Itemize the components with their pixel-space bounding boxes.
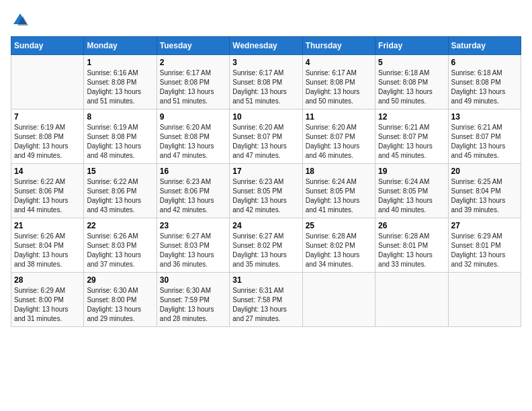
- header-row: SundayMondayTuesdayWednesdayThursdayFrid…: [11, 37, 521, 55]
- header-cell-saturday: Saturday: [448, 37, 521, 55]
- day-number: 15: [87, 167, 153, 176]
- day-info: Sunrise: 6:25 AMSunset: 8:04 PMDaylight:…: [451, 177, 518, 215]
- day-info: Sunrise: 6:28 AMSunset: 8:02 PMDaylight:…: [306, 232, 372, 269]
- calendar-cell: 22Sunrise: 6:26 AMSunset: 8:03 PMDayligh…: [84, 218, 157, 273]
- calendar-cell: 16Sunrise: 6:23 AMSunset: 8:06 PMDayligh…: [157, 164, 229, 218]
- day-info: Sunrise: 6:30 AMSunset: 7:59 PMDaylight:…: [160, 286, 226, 324]
- day-info: Sunrise: 6:21 AMSunset: 8:07 PMDaylight:…: [451, 123, 518, 161]
- day-number: 31: [232, 275, 299, 285]
- day-number: 19: [378, 167, 445, 176]
- day-info: Sunrise: 6:17 AMSunset: 8:08 PMDaylight:…: [306, 68, 372, 106]
- day-number: 6: [451, 58, 518, 67]
- calendar-cell: 19Sunrise: 6:24 AMSunset: 8:05 PMDayligh…: [375, 164, 448, 218]
- day-number: 20: [451, 167, 518, 176]
- day-info: Sunrise: 6:26 AMSunset: 8:04 PMDaylight:…: [14, 232, 81, 269]
- day-info: Sunrise: 6:23 AMSunset: 8:05 PMDaylight:…: [232, 177, 299, 215]
- day-number: 21: [14, 221, 81, 230]
- header-cell-wednesday: Wednesday: [230, 37, 302, 55]
- header-cell-sunday: Sunday: [11, 37, 84, 55]
- day-info: Sunrise: 6:16 AMSunset: 8:08 PMDaylight:…: [87, 68, 153, 106]
- calendar-cell: 9Sunrise: 6:20 AMSunset: 8:08 PMDaylight…: [157, 109, 229, 164]
- header: [11, 11, 521, 30]
- calendar-cell: 20Sunrise: 6:25 AMSunset: 8:04 PMDayligh…: [448, 164, 521, 218]
- day-number: 24: [232, 221, 299, 230]
- header-cell-friday: Friday: [375, 37, 448, 55]
- header-cell-thursday: Thursday: [302, 37, 375, 55]
- day-info: Sunrise: 6:17 AMSunset: 8:08 PMDaylight:…: [160, 68, 226, 106]
- calendar-cell: 26Sunrise: 6:28 AMSunset: 8:01 PMDayligh…: [375, 218, 448, 273]
- day-number: 1: [87, 58, 153, 67]
- calendar-cell: 21Sunrise: 6:26 AMSunset: 8:04 PMDayligh…: [11, 218, 84, 273]
- calendar-cell: 18Sunrise: 6:24 AMSunset: 8:05 PMDayligh…: [302, 164, 375, 218]
- calendar-cell: 27Sunrise: 6:29 AMSunset: 8:01 PMDayligh…: [448, 218, 521, 273]
- calendar-cell: [448, 273, 521, 327]
- day-number: 27: [451, 221, 518, 230]
- day-info: Sunrise: 6:22 AMSunset: 8:06 PMDaylight:…: [14, 177, 81, 215]
- calendar-week-4: 21Sunrise: 6:26 AMSunset: 8:04 PMDayligh…: [11, 218, 521, 273]
- day-info: Sunrise: 6:28 AMSunset: 8:01 PMDaylight:…: [378, 232, 445, 269]
- day-info: Sunrise: 6:21 AMSunset: 8:07 PMDaylight:…: [378, 123, 445, 161]
- day-number: 16: [160, 167, 226, 176]
- day-number: 30: [160, 275, 226, 285]
- calendar-cell: 5Sunrise: 6:18 AMSunset: 8:08 PMDaylight…: [375, 55, 448, 109]
- calendar-cell: 8Sunrise: 6:19 AMSunset: 8:08 PMDaylight…: [84, 109, 157, 164]
- day-info: Sunrise: 6:19 AMSunset: 8:08 PMDaylight:…: [14, 123, 81, 161]
- day-number: 8: [87, 112, 153, 122]
- header-cell-monday: Monday: [84, 37, 157, 55]
- header-cell-tuesday: Tuesday: [157, 37, 229, 55]
- logo-icon: [11, 11, 30, 30]
- day-number: 2: [160, 58, 226, 67]
- calendar-cell: 1Sunrise: 6:16 AMSunset: 8:08 PMDaylight…: [84, 55, 157, 109]
- day-info: Sunrise: 6:20 AMSunset: 8:07 PMDaylight:…: [232, 123, 299, 161]
- day-info: Sunrise: 6:29 AMSunset: 8:00 PMDaylight:…: [14, 286, 81, 324]
- calendar-week-3: 14Sunrise: 6:22 AMSunset: 8:06 PMDayligh…: [11, 164, 521, 218]
- day-info: Sunrise: 6:26 AMSunset: 8:03 PMDaylight:…: [87, 232, 153, 269]
- day-info: Sunrise: 6:27 AMSunset: 8:02 PMDaylight:…: [232, 232, 299, 269]
- day-info: Sunrise: 6:24 AMSunset: 8:05 PMDaylight:…: [378, 177, 445, 215]
- calendar-cell: 25Sunrise: 6:28 AMSunset: 8:02 PMDayligh…: [302, 218, 375, 273]
- calendar-table: SundayMondayTuesdayWednesdayThursdayFrid…: [11, 36, 521, 327]
- calendar-cell: 30Sunrise: 6:30 AMSunset: 7:59 PMDayligh…: [157, 273, 229, 327]
- calendar-cell: [302, 273, 375, 327]
- calendar-cell: 2Sunrise: 6:17 AMSunset: 8:08 PMDaylight…: [157, 55, 229, 109]
- calendar-cell: 7Sunrise: 6:19 AMSunset: 8:08 PMDaylight…: [11, 109, 84, 164]
- day-info: Sunrise: 6:19 AMSunset: 8:08 PMDaylight:…: [87, 123, 153, 161]
- calendar-cell: 3Sunrise: 6:17 AMSunset: 8:08 PMDaylight…: [230, 55, 302, 109]
- calendar-cell: 11Sunrise: 6:20 AMSunset: 8:07 PMDayligh…: [302, 109, 375, 164]
- day-number: 4: [306, 58, 372, 67]
- calendar-cell: 23Sunrise: 6:27 AMSunset: 8:03 PMDayligh…: [157, 218, 229, 273]
- calendar-cell: 15Sunrise: 6:22 AMSunset: 8:06 PMDayligh…: [84, 164, 157, 218]
- day-info: Sunrise: 6:18 AMSunset: 8:08 PMDaylight:…: [378, 68, 445, 106]
- calendar-cell: [375, 273, 448, 327]
- day-info: Sunrise: 6:20 AMSunset: 8:08 PMDaylight:…: [160, 123, 226, 161]
- calendar-week-1: 1Sunrise: 6:16 AMSunset: 8:08 PMDaylight…: [11, 55, 521, 109]
- calendar-cell: 6Sunrise: 6:18 AMSunset: 8:08 PMDaylight…: [448, 55, 521, 109]
- day-number: 10: [232, 112, 299, 122]
- day-number: 26: [378, 221, 445, 230]
- day-info: Sunrise: 6:27 AMSunset: 8:03 PMDaylight:…: [160, 232, 226, 269]
- day-info: Sunrise: 6:17 AMSunset: 8:08 PMDaylight:…: [232, 68, 299, 106]
- day-info: Sunrise: 6:20 AMSunset: 8:07 PMDaylight:…: [306, 123, 372, 161]
- day-number: 25: [306, 221, 372, 230]
- day-number: 13: [451, 112, 518, 122]
- day-number: 12: [378, 112, 445, 122]
- calendar-cell: 14Sunrise: 6:22 AMSunset: 8:06 PMDayligh…: [11, 164, 84, 218]
- calendar-week-5: 28Sunrise: 6:29 AMSunset: 8:00 PMDayligh…: [11, 273, 521, 327]
- day-info: Sunrise: 6:24 AMSunset: 8:05 PMDaylight:…: [306, 177, 372, 215]
- day-number: 14: [14, 167, 81, 176]
- calendar-cell: 17Sunrise: 6:23 AMSunset: 8:05 PMDayligh…: [230, 164, 302, 218]
- calendar-cell: 13Sunrise: 6:21 AMSunset: 8:07 PMDayligh…: [448, 109, 521, 164]
- day-number: 3: [232, 58, 299, 67]
- calendar-week-2: 7Sunrise: 6:19 AMSunset: 8:08 PMDaylight…: [11, 109, 521, 164]
- calendar-cell: 28Sunrise: 6:29 AMSunset: 8:00 PMDayligh…: [11, 273, 84, 327]
- calendar-cell: 10Sunrise: 6:20 AMSunset: 8:07 PMDayligh…: [230, 109, 302, 164]
- logo: [11, 11, 32, 30]
- calendar-cell: 29Sunrise: 6:30 AMSunset: 8:00 PMDayligh…: [84, 273, 157, 327]
- calendar-header: SundayMondayTuesdayWednesdayThursdayFrid…: [11, 37, 521, 55]
- day-number: 28: [14, 275, 81, 285]
- day-info: Sunrise: 6:18 AMSunset: 8:08 PMDaylight:…: [451, 68, 518, 106]
- calendar-cell: 4Sunrise: 6:17 AMSunset: 8:08 PMDaylight…: [302, 55, 375, 109]
- day-info: Sunrise: 6:30 AMSunset: 8:00 PMDaylight:…: [87, 286, 153, 324]
- day-number: 22: [87, 221, 153, 230]
- calendar-cell: [11, 55, 84, 109]
